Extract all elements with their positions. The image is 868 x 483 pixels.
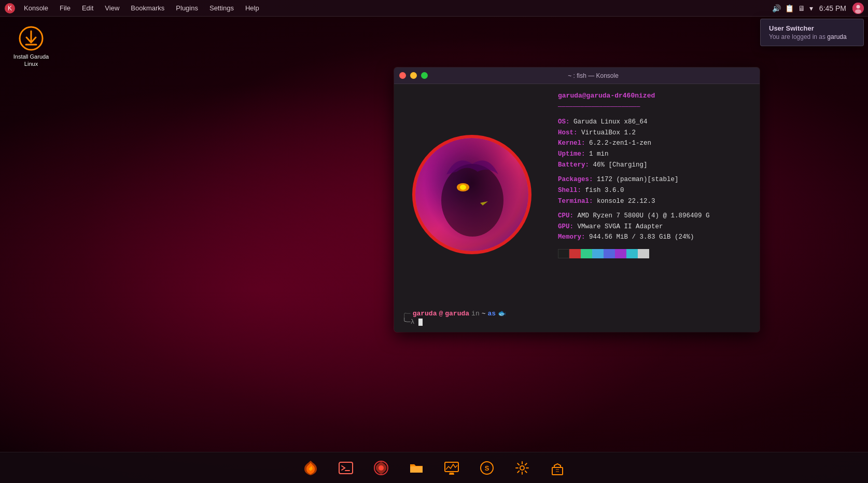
taskbar: S: [0, 452, 868, 483]
svg-rect-12: [410, 466, 423, 473]
window-minimize-button[interactable]: [410, 72, 417, 79]
garuda-welcome-icon: [302, 460, 319, 476]
package-manager-icon: [550, 460, 565, 476]
neofetch-section: garuda@garuda-dr460nized ───────────────…: [394, 84, 760, 305]
terminal-icon: [338, 460, 354, 476]
taskbar-package-manager[interactable]: [545, 456, 570, 480]
menu-plugins[interactable]: Plugins: [171, 2, 203, 14]
nf-memory: Memory: 944.56 MiB / 3.83 GiB (24%): [558, 232, 751, 243]
app-icon: K: [4, 3, 16, 14]
nf-packages: Packages: 1172 (pacman)[stable]: [558, 174, 751, 185]
taskbar-garuda-welcome[interactable]: [298, 456, 323, 480]
user-switcher-popup: User Switcher You are logged in as garud…: [760, 19, 864, 46]
color-block-0: [558, 249, 569, 258]
nf-os: OS: Garuda Linux x86_64: [558, 117, 751, 128]
color-palette: [558, 249, 751, 258]
system-monitor-icon: [444, 460, 459, 476]
nf-battery: Battery: 46% [Charging]: [558, 160, 751, 171]
install-icon-image: [19, 26, 44, 51]
konsole-window: ~ : fish — Konsole: [394, 67, 760, 332]
color-block-5: [615, 249, 626, 258]
nf-uptime: Uptime: 1 min: [558, 149, 751, 160]
install-icon-label: Install GarudaLinux: [13, 53, 49, 68]
install-garuda-icon[interactable]: Install GarudaLinux: [10, 26, 52, 68]
nf-terminal: Terminal: konsole 22.12.3: [558, 196, 751, 207]
window-titlebar: ~ : fish — Konsole: [394, 67, 760, 84]
prompt-in-label: in: [471, 310, 480, 318]
prompt-fish-emoji: 🐟: [498, 309, 506, 318]
color-block-3: [592, 249, 604, 258]
tray-icons: 🔊 📋 🖥 ▾: [772, 4, 813, 12]
color-block-2: [581, 249, 592, 258]
clock: 6:45 PM: [819, 4, 846, 12]
menu-file[interactable]: File: [54, 2, 76, 14]
menu-bookmarks[interactable]: Bookmarks: [125, 2, 170, 14]
gamer-icon: [373, 460, 389, 476]
color-block-6: [626, 249, 638, 258]
svg-point-6: [441, 164, 503, 237]
color-block-4: [604, 249, 615, 258]
taskbar-gamer[interactable]: [369, 456, 394, 480]
cursor: [418, 319, 423, 326]
nf-shell: Shell: fish 3.6.0: [558, 185, 751, 196]
popup-subtitle: You are logged in as garuda: [769, 33, 855, 40]
svg-point-8: [460, 185, 466, 190]
prompt-hostname: garuda: [445, 310, 469, 318]
menu-konsole[interactable]: Konsole: [19, 2, 53, 14]
prompt-section[interactable]: ╭─ garuda @ garuda in ~ as 🐟 ╰─λ: [394, 305, 760, 332]
settings-icon: [514, 460, 530, 476]
neofetch-logo: [394, 84, 550, 305]
svg-rect-9: [339, 462, 353, 474]
prompt-as-command: as: [488, 310, 496, 318]
taskbar-file-manager[interactable]: [404, 456, 429, 480]
menu-settings[interactable]: Settings: [204, 2, 239, 14]
window-close-button[interactable]: [399, 72, 406, 79]
taskbar-system-monitor[interactable]: [439, 456, 464, 480]
volume-icon[interactable]: 🔊: [772, 4, 781, 12]
nf-gpu: GPU: VMware SVGA II Adapter: [558, 222, 751, 232]
color-block-7: [638, 249, 649, 258]
skype-icon: S: [479, 460, 495, 476]
dragon-face-svg: [421, 143, 524, 247]
popup-username: garuda: [827, 33, 846, 40]
svg-text:S: S: [485, 464, 489, 472]
nf-separator: ──────────────────────: [558, 102, 751, 113]
popup-subtitle-prefix: You are logged in as: [769, 33, 827, 40]
terminal-content[interactable]: garuda@garuda-dr460nized ───────────────…: [394, 84, 760, 332]
menubar-left: K Konsole File Edit View Bookmarks Plugi…: [0, 2, 264, 14]
menu-edit[interactable]: Edit: [77, 2, 99, 14]
nf-cpu: CPU: AMD Ryzen 7 5800U (4) @ 1.896409 G: [558, 211, 751, 222]
menu-view[interactable]: View: [100, 2, 124, 14]
svg-point-11: [379, 465, 384, 471]
popup-title: User Switcher: [769, 24, 855, 32]
clipboard-icon[interactable]: 📋: [785, 4, 794, 12]
nf-host: Host: VirtualBox 1.2: [558, 128, 751, 139]
prompt-line: ╭─ garuda @ garuda in ~ as 🐟: [402, 309, 751, 318]
chevron-down-icon[interactable]: ▾: [809, 4, 813, 12]
prompt-username: garuda: [413, 310, 437, 318]
nf-kernel: Kernel: 6.2.2-zen1-1-zen: [558, 138, 751, 149]
menubar-right: 🔊 📋 🖥 ▾ 6:45 PM: [772, 3, 868, 14]
install-icon-svg: [19, 26, 44, 51]
prompt-at-sign: @: [439, 310, 443, 318]
svg-point-4: [855, 9, 861, 13]
nf-username: garuda@garuda-dr460nized: [558, 90, 751, 101]
neofetch-info: garuda@garuda-dr460nized ───────────────…: [550, 84, 760, 305]
prompt-lambda[interactable]: ╰─λ: [402, 318, 751, 326]
taskbar-skype[interactable]: S: [474, 456, 499, 480]
color-block-1: [569, 249, 581, 258]
taskbar-terminal[interactable]: [333, 456, 358, 480]
prompt-left-bracket: ╭─: [402, 309, 411, 318]
svg-point-16: [520, 466, 524, 470]
menu-help[interactable]: Help: [240, 2, 264, 14]
user-avatar[interactable]: [852, 3, 864, 14]
menubar: K Konsole File Edit View Bookmarks Plugi…: [0, 0, 868, 17]
svg-rect-17: [552, 467, 563, 475]
window-title: ~ : fish — Konsole: [568, 72, 619, 79]
taskbar-settings[interactable]: [510, 456, 535, 480]
file-manager-icon: [409, 460, 424, 476]
garuda-logo-circle: [412, 135, 531, 254]
svg-point-3: [857, 5, 860, 8]
display-icon[interactable]: 🖥: [798, 4, 805, 12]
window-maximize-button[interactable]: [421, 72, 428, 79]
